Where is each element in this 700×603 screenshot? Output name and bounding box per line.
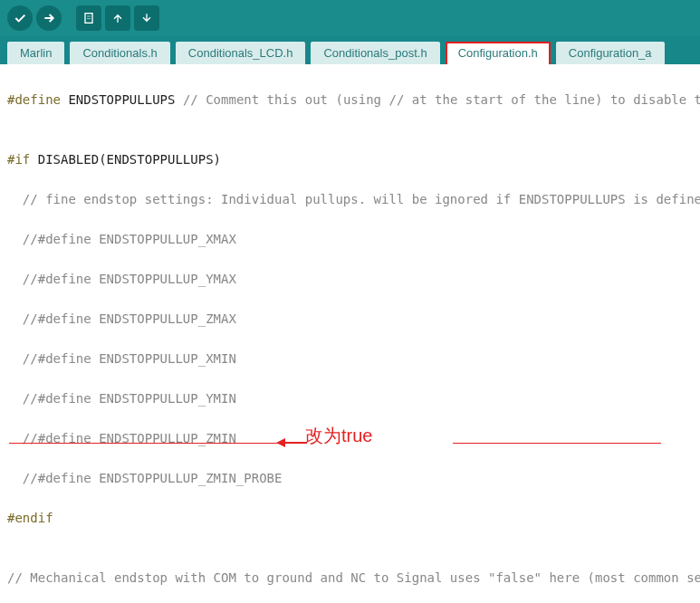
code-line: //#define ENDSTOPPULLUP_ZMAX bbox=[7, 309, 693, 329]
annotation-patch bbox=[534, 408, 607, 423]
code-line: // Mechanical endstop with COM to ground… bbox=[7, 568, 693, 588]
annotation-patch bbox=[534, 428, 607, 443]
code-line: //#define ENDSTOPPULLUP_XMIN bbox=[7, 349, 693, 368]
code-token: DISABLED(ENDSTOPPULLUPS) bbox=[30, 152, 221, 167]
code-line: //#define ENDSTOPPULLUP_YMAX bbox=[7, 269, 693, 289]
code-line: //#define ENDSTOPPULLUP_ZMIN_PROBE bbox=[7, 468, 693, 488]
code-editor[interactable]: #define ENDSTOPPULLUPS // Comment this o… bbox=[0, 64, 700, 603]
code-line: // fine endstop settings: Individual pul… bbox=[7, 189, 693, 209]
upload-button[interactable] bbox=[36, 5, 62, 31]
tab-bar: Marlin Conditionals.h Conditionals_LCD.h… bbox=[0, 36, 700, 64]
tab-configuration-a[interactable]: Configuration_a bbox=[556, 42, 665, 64]
toolbar bbox=[0, 0, 700, 36]
tab-conditionals-post[interactable]: Conditionals_post.h bbox=[311, 42, 439, 64]
file-icon bbox=[82, 11, 96, 25]
code-token: // Comment this out (using // at the sta… bbox=[183, 92, 700, 107]
code-line: //#define ENDSTOPPULLUP_YMIN bbox=[7, 388, 693, 408]
arrow-right-icon bbox=[42, 11, 56, 25]
new-button[interactable] bbox=[76, 5, 101, 31]
code-line: //#define ENDSTOPPULLUP_XMAX bbox=[7, 229, 693, 249]
arrow-down-icon bbox=[139, 11, 154, 25]
annotation-underline bbox=[453, 443, 661, 444]
annotation-underline bbox=[9, 443, 299, 444]
tab-conditionals-lcd[interactable]: Conditionals_LCD.h bbox=[176, 42, 306, 64]
tab-marlin[interactable]: Marlin bbox=[7, 42, 64, 64]
arrow-up-icon bbox=[110, 11, 125, 25]
svg-rect-0 bbox=[85, 14, 92, 24]
code-token: #if bbox=[7, 152, 30, 167]
verify-button[interactable] bbox=[7, 5, 33, 31]
open-button[interactable] bbox=[105, 5, 130, 31]
code-line: #endif bbox=[7, 508, 693, 528]
tab-conditionals[interactable]: Conditionals.h bbox=[70, 42, 169, 64]
check-icon bbox=[13, 11, 27, 25]
annotation-patch bbox=[308, 408, 344, 423]
save-button[interactable] bbox=[134, 5, 159, 31]
code-token: #define bbox=[7, 92, 61, 107]
tab-configuration[interactable]: Configuration.h bbox=[446, 42, 551, 64]
code-token: ENDSTOPPULLUPS bbox=[61, 92, 183, 107]
